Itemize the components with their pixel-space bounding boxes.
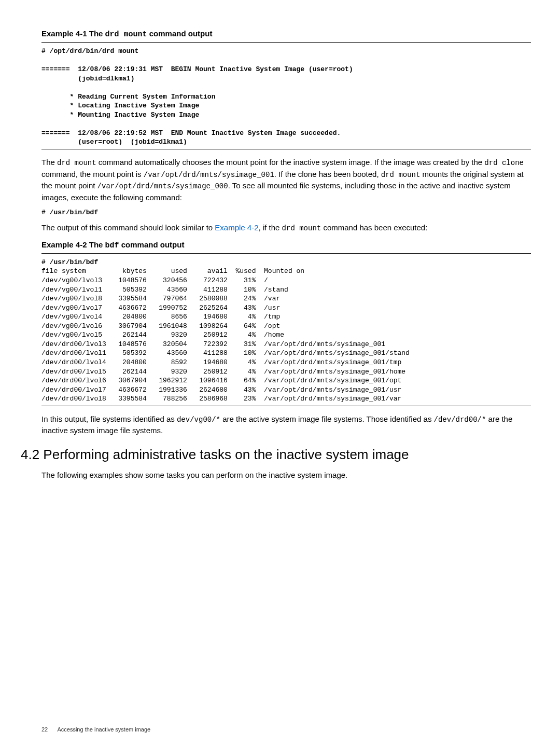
- text: command automatically chooses the mount …: [96, 158, 485, 167]
- code-inline: /dev/drd00/*: [434, 416, 486, 424]
- ex42-code: bdf: [105, 241, 119, 250]
- cmd-line: # /opt/drd/bin/drd mount ======= 12/08/0…: [41, 47, 353, 146]
- paragraph-2: The output of this command should look s…: [41, 222, 531, 234]
- divider: [41, 149, 531, 149]
- divider: [41, 406, 531, 406]
- code-inline: /var/opt/drd/mnts/sysimage_000: [97, 182, 228, 190]
- code-inline: drd mount: [57, 159, 96, 167]
- ex41-code: drd mount: [105, 30, 147, 39]
- text: , if the: [259, 223, 282, 232]
- text: command has been executed:: [321, 223, 427, 232]
- divider: [41, 42, 531, 43]
- paragraph-3: In this output, file systems identified …: [41, 413, 531, 436]
- text: The: [41, 158, 57, 167]
- cmd-text: # /usr/bin/bdf: [41, 209, 98, 216]
- text: are the active system image file systems…: [220, 415, 434, 423]
- code-inline: /var/opt/drd/mnts/sysimage_001: [144, 171, 274, 179]
- text: The output of this command should look s…: [41, 223, 215, 232]
- divider: [41, 253, 531, 254]
- code-inline: dev/vg00/*: [177, 416, 220, 424]
- text: In this output, file systems identified …: [41, 415, 177, 423]
- code-inline: drd mount: [282, 224, 321, 232]
- paragraph-4: The following examples show some tasks y…: [41, 469, 531, 480]
- ex41-prefix: Example 4-1 The: [41, 29, 105, 38]
- code-inline: drd clone: [484, 159, 524, 167]
- example-4-1-heading: Example 4-1 The drd mount command output: [41, 28, 531, 40]
- ex41-suffix: command output: [147, 29, 213, 38]
- example-4-1-code: # /opt/drd/bin/drd mount ======= 12/08/0…: [41, 47, 531, 147]
- text: . If the clone has been booted,: [274, 170, 381, 178]
- command-bdf: # /usr/bin/bdf: [41, 208, 531, 217]
- code-inline: drd mount: [381, 171, 421, 179]
- paragraph-1: The drd mount command automatically choo…: [41, 157, 531, 203]
- ex42-prefix: Example 4-2 The: [41, 240, 105, 249]
- example-4-2-heading: Example 4-2 The bdf command output: [41, 239, 531, 251]
- section-4-2-heading: 4.2 Performing administrative tasks on t…: [21, 445, 531, 464]
- link-example-4-2[interactable]: Example 4-2: [215, 223, 258, 232]
- ex42-suffix: command output: [119, 240, 185, 249]
- example-4-2-code: # /usr/bin/bdf file system kbytes used a…: [41, 258, 531, 404]
- text: command, the mount point is: [41, 170, 144, 178]
